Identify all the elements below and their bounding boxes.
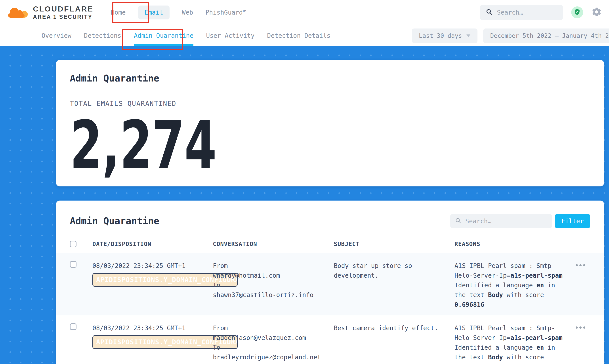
to-label: To xyxy=(213,343,334,352)
main-nav: Home Email Web PhishGuard™ xyxy=(111,6,246,19)
from-address: maddenjason@velazquez.com xyxy=(213,333,334,343)
stats-card-title: Admin Quarantine xyxy=(70,73,590,84)
row-subject: Body star up store so development. xyxy=(334,261,455,310)
global-search[interactable] xyxy=(480,5,563,20)
main-content: Admin Quarantine TOTAL EMAILS QUARANTINE… xyxy=(0,46,609,364)
security-status-badge[interactable] xyxy=(571,6,583,18)
nav-item-email[interactable]: Email xyxy=(138,6,170,19)
topbar-right xyxy=(480,5,602,20)
from-label: From xyxy=(213,323,334,333)
top-header: CLOUDFLARE AREA 1 SECURITY Home Email We… xyxy=(0,0,609,25)
subnav-tabs: Overview Detections Admin Quarantine Use… xyxy=(41,25,330,46)
table-row[interactable]: 08/03/2022 23:34:25 GMT+1 APIDISPOSITION… xyxy=(56,315,604,364)
tab-admin-quarantine[interactable]: Admin Quarantine xyxy=(134,25,193,46)
table-actions: Filter xyxy=(450,214,590,228)
table-body: 08/03/2022 23:34:25 GMT+1 APIDISPOSITION… xyxy=(56,253,604,364)
from-address: whardy@hotmail.com xyxy=(213,271,334,281)
row-actions-menu[interactable] xyxy=(576,326,585,364)
column-header-reasons: REASONS xyxy=(455,241,567,247)
shield-check-icon xyxy=(574,8,581,16)
row-reasons: A1S IPBL Pearl spam : Smtp-Helo-Server-I… xyxy=(455,323,567,364)
date-range-picker[interactable]: December 5th 2022 — January 4th 2023 xyxy=(483,28,609,43)
search-icon xyxy=(455,218,461,225)
row-subject: Best camera identify effect. xyxy=(334,323,455,364)
time-range-dropdown[interactable]: Last 30 days xyxy=(412,28,477,43)
row-date-cell: 08/03/2022 23:34:25 GMT+1 APIDISPOSITION… xyxy=(92,261,213,310)
subnav-right: Last 30 days December 5th 2022 — January… xyxy=(412,28,609,43)
tab-detections[interactable]: Detections xyxy=(84,25,121,46)
row-date: 08/03/2022 23:34:25 GMT+1 xyxy=(92,261,213,271)
row-date: 08/03/2022 23:34:25 GMT+1 xyxy=(92,323,213,333)
quarantine-stats-card: Admin Quarantine TOTAL EMAILS QUARANTINE… xyxy=(56,60,604,186)
brand-name: CLOUDFLARE xyxy=(33,5,94,13)
row-date-cell: 08/03/2022 23:34:25 GMT+1 APIDISPOSITION… xyxy=(92,323,213,364)
row-reasons: A1S IPBL Pearl spam : Smtp-Helo-Server-I… xyxy=(455,261,567,310)
nav-item-home[interactable]: Home xyxy=(111,9,126,16)
email-subnav: Overview Detections Admin Quarantine Use… xyxy=(0,25,609,46)
time-range-label: Last 30 days xyxy=(419,32,462,39)
table-row[interactable]: 08/03/2022 23:34:25 GMT+1 APIDISPOSITION… xyxy=(56,253,604,315)
chevron-down-icon xyxy=(466,34,470,37)
to-address: shawn37@castillo-ortiz.info xyxy=(213,290,334,300)
table-search-input[interactable] xyxy=(465,217,547,225)
gear-icon[interactable] xyxy=(592,7,602,18)
search-icon xyxy=(486,9,492,16)
tab-overview[interactable]: Overview xyxy=(41,25,71,46)
brand-subtitle: AREA 1 SECURITY xyxy=(33,14,94,20)
column-header-conversation: CONVERSATION xyxy=(213,241,334,247)
nav-item-web[interactable]: Web xyxy=(182,9,193,16)
cloudflare-brand[interactable]: CLOUDFLARE AREA 1 SECURITY xyxy=(8,5,94,20)
row-conversation: From whardy@hotmail.com To shawn37@casti… xyxy=(213,261,334,310)
cloudflare-cloud-logo-icon xyxy=(8,5,30,20)
column-header-date: DATE/DISPOSITION xyxy=(92,241,213,247)
total-quarantined-label: TOTAL EMAILS QUARANTINED xyxy=(70,100,590,107)
nav-item-phishguard[interactable]: PhishGuard™ xyxy=(206,9,246,16)
row-checkbox[interactable] xyxy=(70,261,77,268)
row-conversation: From maddenjason@velazquez.com To bradle… xyxy=(213,323,334,364)
row-actions-menu[interactable] xyxy=(576,264,585,310)
tab-detection-details[interactable]: Detection Details xyxy=(267,25,330,46)
select-all-checkbox[interactable] xyxy=(70,241,77,247)
table-header-row: DATE/DISPOSITION CONVERSATION SUBJECT RE… xyxy=(70,241,590,253)
date-range-label: December 5th 2022 — January 4th 2023 xyxy=(490,32,609,39)
total-quarantined-value: 2,274 xyxy=(70,119,203,171)
tab-user-activity[interactable]: User Activity xyxy=(206,25,255,46)
table-card-header: Admin Quarantine Filter xyxy=(70,214,590,228)
from-label: From xyxy=(213,261,334,271)
brand-text: CLOUDFLARE AREA 1 SECURITY xyxy=(33,5,94,20)
table-card-title: Admin Quarantine xyxy=(70,216,159,226)
to-address: bradleyrodriguez@copeland.net xyxy=(213,352,334,362)
table-search[interactable] xyxy=(450,214,552,228)
quarantine-table-card: Admin Quarantine Filter DATE/DISPOSITION… xyxy=(56,201,604,364)
filter-button[interactable]: Filter xyxy=(555,214,590,228)
row-checkbox[interactable] xyxy=(70,323,77,330)
column-header-subject: SUBJECT xyxy=(334,241,455,247)
global-search-input[interactable] xyxy=(497,9,557,16)
to-label: To xyxy=(213,281,334,290)
